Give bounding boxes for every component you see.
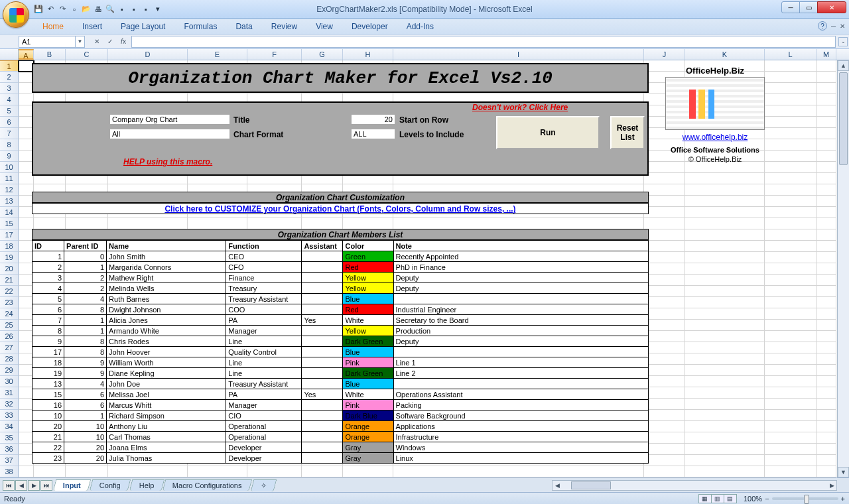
cell[interactable]: [685, 275, 765, 286]
cell[interactable]: [765, 455, 816, 466]
cell[interactable]: [765, 308, 816, 320]
cell[interactable]: [644, 455, 685, 466]
cell[interactable]: [685, 229, 765, 241]
reset-list-button[interactable]: Reset List: [610, 116, 645, 149]
row-header[interactable]: 9: [0, 151, 19, 162]
cell[interactable]: [644, 466, 685, 477]
table-row[interactable]: 2220Joana ElmsDeveloperGrayWindows: [33, 442, 649, 453]
cell[interactable]: [34, 466, 66, 477]
sheet-tab-input[interactable]: Input: [53, 479, 91, 491]
worksheet-grid[interactable]: ABCDEFGHIJKLM 12345678910111213141517181…: [0, 49, 849, 477]
cell[interactable]: [816, 128, 836, 139]
cell[interactable]: [685, 162, 765, 173]
cell[interactable]: [393, 218, 644, 229]
cell[interactable]: [816, 173, 836, 184]
cell[interactable]: [765, 342, 816, 353]
cell[interactable]: [685, 387, 765, 399]
cell[interactable]: [188, 466, 247, 477]
cell[interactable]: [685, 410, 765, 421]
select-all-corner[interactable]: [0, 49, 19, 60]
cell[interactable]: [816, 297, 836, 308]
cell[interactable]: [685, 196, 765, 207]
cell[interactable]: [685, 286, 765, 297]
row-header[interactable]: 32: [0, 399, 19, 410]
cell[interactable]: [816, 207, 836, 218]
col-header-J[interactable]: J: [644, 49, 685, 60]
table-row[interactable]: 54Ruth BarnesTreasury AssistantBlue: [33, 294, 649, 304]
cell[interactable]: [765, 139, 816, 151]
cell[interactable]: [765, 399, 816, 410]
col-header-G[interactable]: G: [302, 49, 343, 60]
row-header[interactable]: 37: [0, 455, 19, 466]
cell[interactable]: [765, 94, 816, 105]
new-sheet-tab[interactable]: ✧: [250, 479, 277, 491]
cell[interactable]: [765, 263, 816, 275]
open-icon[interactable]: 📂: [81, 4, 92, 15]
cell[interactable]: [644, 421, 685, 432]
cell[interactable]: [816, 275, 836, 286]
maximize-button[interactable]: ▭: [799, 1, 818, 13]
col-header-A[interactable]: A: [19, 49, 34, 60]
cell[interactable]: [685, 263, 765, 275]
row-header[interactable]: 14: [0, 207, 19, 218]
cell[interactable]: [816, 320, 836, 331]
cell[interactable]: [816, 162, 836, 173]
minimize-button[interactable]: ─: [781, 1, 800, 13]
row-header[interactable]: 17: [0, 229, 19, 241]
row-header[interactable]: 6: [0, 117, 19, 128]
tab-last-icon[interactable]: ⏭: [40, 480, 52, 491]
cell[interactable]: [644, 263, 685, 275]
cell[interactable]: [765, 105, 816, 117]
cell[interactable]: [765, 162, 816, 173]
ribbon-tab-add-ins[interactable]: Add-Ins: [397, 19, 443, 34]
cell[interactable]: [765, 173, 816, 184]
name-box[interactable]: A1 ▼: [19, 36, 85, 48]
col-header-B[interactable]: B: [34, 49, 66, 60]
cell[interactable]: [644, 229, 685, 241]
customize-link[interactable]: Click here to CUSTOMIZE your Organizatio…: [164, 204, 515, 214]
cell[interactable]: [685, 376, 765, 387]
tab-prev-icon[interactable]: ◀: [15, 480, 27, 491]
ribbon-tab-page-layout[interactable]: Page Layout: [111, 19, 174, 34]
cell[interactable]: [19, 466, 34, 477]
save-icon[interactable]: 💾: [33, 4, 44, 15]
fx-icon[interactable]: fx: [117, 36, 130, 48]
cell[interactable]: [816, 455, 836, 466]
expand-formula-bar-icon[interactable]: ⌄: [838, 37, 848, 46]
cell[interactable]: [685, 353, 765, 365]
cell[interactable]: [644, 331, 685, 342]
row-header[interactable]: 3: [0, 83, 19, 94]
cell[interactable]: [816, 376, 836, 387]
cell[interactable]: [816, 229, 836, 241]
normal-view-icon[interactable]: ▦: [698, 494, 712, 503]
ribbon-tab-home[interactable]: Home: [33, 19, 73, 34]
cancel-icon[interactable]: ✕: [90, 36, 103, 48]
cell[interactable]: [66, 466, 108, 477]
scroll-right-icon[interactable]: ▶: [827, 481, 836, 490]
cell[interactable]: [816, 421, 836, 432]
row-header[interactable]: 27: [0, 342, 19, 353]
cell[interactable]: [816, 184, 836, 196]
zoom-slider[interactable]: [772, 497, 838, 500]
cell[interactable]: [685, 320, 765, 331]
table-row[interactable]: 81Armando WhiteManagerYellowProduction: [33, 326, 649, 336]
cell[interactable]: [816, 94, 836, 105]
table-row[interactable]: 101Richard SimpsonCIODark BlueSoftware B…: [33, 410, 649, 421]
qat-icon[interactable]: ▪: [129, 4, 139, 15]
cell[interactable]: [765, 117, 816, 128]
cell[interactable]: [685, 252, 765, 263]
cell[interactable]: [34, 218, 66, 229]
cell[interactable]: [765, 83, 816, 94]
cell[interactable]: [765, 320, 816, 331]
cell[interactable]: [685, 466, 765, 477]
cell[interactable]: [644, 376, 685, 387]
table-row[interactable]: 199Diane KeplingLineDark GreenLine 2: [33, 368, 649, 379]
table-row[interactable]: 21Margarida ConnorsCFORedPhD in Finance: [33, 262, 649, 273]
cell[interactable]: [685, 184, 765, 196]
title-input[interactable]: [110, 115, 229, 124]
page-layout-view-icon[interactable]: ▥: [711, 494, 724, 503]
help-macro-link[interactable]: HELP using this macro.: [123, 157, 212, 166]
run-button[interactable]: Run: [496, 116, 600, 149]
cell[interactable]: [816, 252, 836, 263]
cell[interactable]: [644, 286, 685, 297]
